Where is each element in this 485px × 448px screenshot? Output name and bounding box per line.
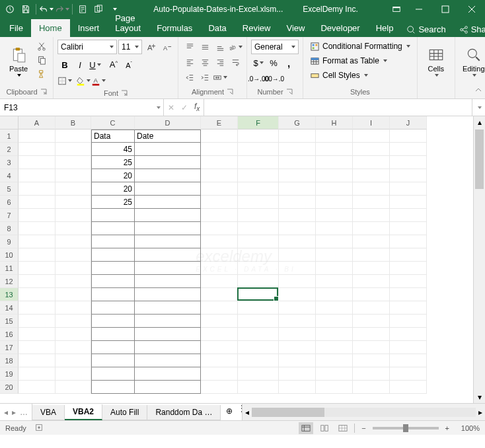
cell-B8[interactable] <box>56 222 91 235</box>
borders-button[interactable] <box>57 73 72 88</box>
merge-button[interactable] <box>213 70 227 85</box>
row-header-20[interactable]: 20 <box>0 381 19 394</box>
cell-E9[interactable] <box>201 235 238 248</box>
cell-J4[interactable] <box>390 169 427 182</box>
editing-button[interactable]: Editing <box>459 40 485 83</box>
cell-G12[interactable] <box>279 275 316 288</box>
row-header-2[interactable]: 2 <box>0 143 19 156</box>
cell-D16[interactable] <box>135 328 201 341</box>
cell-G1[interactable] <box>279 130 316 143</box>
cell-C15[interactable] <box>91 315 135 328</box>
collapse-ribbon-button[interactable] <box>474 86 482 96</box>
qat-btn-1[interactable] <box>75 2 90 17</box>
cell-D17[interactable] <box>135 341 201 354</box>
accounting-button[interactable]: $ <box>251 56 266 70</box>
cell-E13[interactable] <box>201 288 238 301</box>
cell-E3[interactable] <box>201 156 238 169</box>
horizontal-scrollbar[interactable]: ◂ ▸ <box>242 404 485 420</box>
cell-F17[interactable] <box>238 341 279 354</box>
align-top-button[interactable] <box>182 40 197 54</box>
row-header-10[interactable]: 10 <box>0 248 19 262</box>
column-header-B[interactable]: B <box>56 116 91 130</box>
column-header-E[interactable]: E <box>201 116 238 130</box>
cell-A3[interactable] <box>19 156 56 169</box>
cell-E6[interactable] <box>201 196 238 209</box>
cell-I2[interactable] <box>353 143 390 156</box>
cell-B3[interactable] <box>56 156 91 169</box>
expand-formula-button[interactable] <box>472 99 485 116</box>
row-header-1[interactable]: 1 <box>0 130 19 143</box>
cell-I8[interactable] <box>353 222 390 235</box>
cell-A19[interactable] <box>19 367 56 381</box>
cell-D11[interactable] <box>135 262 201 275</box>
cell-A11[interactable] <box>19 262 56 275</box>
alignment-launcher[interactable] <box>227 89 233 95</box>
cell-C11[interactable] <box>91 262 135 275</box>
page-break-view-button[interactable] <box>336 422 350 434</box>
cell-G18[interactable] <box>279 354 316 367</box>
font-size-combo[interactable]: 11 <box>118 40 142 54</box>
cell-I20[interactable] <box>353 381 390 394</box>
cell-styles-button[interactable]: Cell Styles <box>307 69 371 82</box>
cell-F13[interactable] <box>238 288 279 301</box>
name-box[interactable]: F13 <box>0 99 164 116</box>
zoom-in-button[interactable]: + <box>443 424 452 432</box>
row-header-19[interactable]: 19 <box>0 367 19 381</box>
cell-B1[interactable] <box>56 130 91 143</box>
cell-A15[interactable] <box>19 315 56 328</box>
cell-C16[interactable] <box>91 328 135 341</box>
cell-E5[interactable] <box>201 182 238 196</box>
number-launcher[interactable] <box>286 89 293 95</box>
cell-I6[interactable] <box>353 196 390 209</box>
fill-color-button[interactable] <box>76 73 91 88</box>
cell-E16[interactable] <box>201 328 238 341</box>
minimize-button[interactable] <box>406 0 432 19</box>
align-bottom-button[interactable] <box>213 40 227 54</box>
cell-J17[interactable] <box>390 341 427 354</box>
tab-review[interactable]: Review <box>235 19 279 37</box>
shrink-font-icon[interactable]: Aˇ <box>122 57 136 72</box>
cell-D7[interactable] <box>135 209 201 222</box>
row-header-7[interactable]: 7 <box>0 209 19 222</box>
wrap-text-button[interactable] <box>228 55 243 69</box>
cell-J7[interactable] <box>390 209 427 222</box>
copy-button[interactable] <box>34 54 49 67</box>
cell-J13[interactable] <box>390 288 427 301</box>
cell-C1[interactable]: Data <box>91 130 135 143</box>
cell-E14[interactable] <box>201 301 238 315</box>
cell-H13[interactable] <box>316 288 353 301</box>
column-header-D[interactable]: D <box>135 116 201 130</box>
cell-I10[interactable] <box>353 248 390 262</box>
cell-G19[interactable] <box>279 367 316 381</box>
cell-B18[interactable] <box>56 354 91 367</box>
cell-E11[interactable] <box>201 262 238 275</box>
cell-G3[interactable] <box>279 156 316 169</box>
cell-B15[interactable] <box>56 315 91 328</box>
cell-H18[interactable] <box>316 354 353 367</box>
row-header-14[interactable]: 14 <box>0 301 19 315</box>
column-header-A[interactable]: A <box>19 116 56 130</box>
cell-E19[interactable] <box>201 367 238 381</box>
vertical-scrollbar[interactable]: ▴ ▾ <box>473 116 485 403</box>
cell-D1[interactable]: Date <box>135 130 201 143</box>
cell-I9[interactable] <box>353 235 390 248</box>
cell-B11[interactable] <box>56 262 91 275</box>
hscroll-right[interactable]: ▸ <box>478 408 482 417</box>
cell-B17[interactable] <box>56 341 91 354</box>
cell-A16[interactable] <box>19 328 56 341</box>
cell-G8[interactable] <box>279 222 316 235</box>
cell-A9[interactable] <box>19 235 56 248</box>
row-header-5[interactable]: 5 <box>0 182 19 196</box>
align-middle-button[interactable] <box>198 40 212 54</box>
cell-F1[interactable] <box>238 130 279 143</box>
tab-pagelayout[interactable]: Page Layout <box>107 9 149 37</box>
cell-E18[interactable] <box>201 354 238 367</box>
cell-H15[interactable] <box>316 315 353 328</box>
cell-F14[interactable] <box>238 301 279 315</box>
cell-A17[interactable] <box>19 341 56 354</box>
cell-G20[interactable] <box>279 381 316 394</box>
row-header-3[interactable]: 3 <box>0 156 19 169</box>
zoom-out-button[interactable]: − <box>359 424 368 432</box>
cell-B4[interactable] <box>56 169 91 182</box>
cell-I1[interactable] <box>353 130 390 143</box>
